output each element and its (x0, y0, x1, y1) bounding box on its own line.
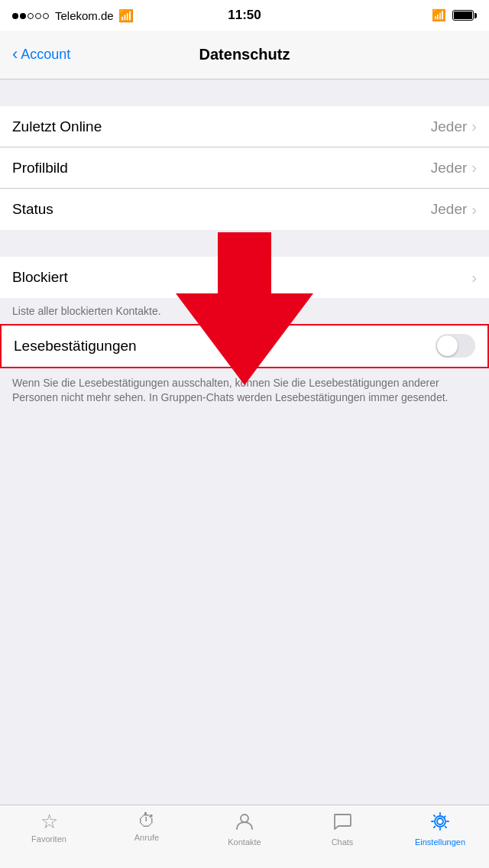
wifi-icon: 📶 (118, 8, 134, 23)
zuletzt-online-label: Zuletzt Online (12, 118, 102, 135)
blockiert-right: › (467, 269, 477, 287)
status-label: Status (12, 201, 53, 218)
tab-einstellungen-label: Einstellungen (415, 837, 465, 847)
svg-point-1 (241, 815, 248, 822)
clock-icon: ⏱ (138, 811, 156, 830)
tab-kontakte[interactable]: Kontakte (196, 811, 293, 847)
status-left: Telekom.de 📶 (12, 8, 134, 23)
tab-kontakte-label: Kontakte (228, 837, 261, 847)
lesebestatigungen-label: Lesebestätigungen (14, 338, 137, 355)
svg-point-2 (437, 818, 443, 824)
profilbild-value: Jeder (431, 160, 468, 177)
tab-chats[interactable]: Chats (293, 811, 391, 847)
list-row-lesebestatigungen[interactable]: Lesebestätigungen (2, 326, 487, 367)
list-row-zuletzt-online[interactable]: Zuletzt Online Jeder › (0, 106, 489, 147)
chevron-right-icon-2: › (471, 159, 477, 177)
lesebestatigungen-footer: Wenn Sie die Lesebestätigungen ausschalt… (0, 370, 489, 415)
privacy-group-1: Zuletzt Online Jeder › Profilbild Jeder … (0, 106, 489, 230)
section-gap-2 (0, 230, 489, 257)
section-gap-1 (0, 79, 489, 106)
gear-icon (430, 811, 450, 834)
chevron-right-icon-3: › (471, 201, 477, 219)
signal-dots (12, 8, 50, 22)
tab-favoriten[interactable]: ☆ Favoriten (0, 811, 98, 844)
chevron-left-icon: ‹ (12, 46, 18, 63)
back-label: Account (21, 47, 70, 63)
status-value: Jeder (431, 201, 468, 218)
tab-anrufe-label: Anrufe (134, 833, 159, 842)
page-title: Datenschutz (199, 46, 290, 63)
navigation-bar: ‹ Account Datenschutz (0, 31, 489, 79)
zuletzt-online-right: Jeder › (431, 118, 477, 135)
chevron-right-icon-4: › (471, 269, 477, 287)
privacy-group-2: Blockiert › (0, 257, 489, 298)
lesebestatigungen-toggle[interactable] (436, 334, 475, 358)
status-right: Jeder › (431, 201, 477, 219)
toggle-knob (437, 335, 458, 356)
tab-bar: ☆ Favoriten ⏱ Anrufe Kontakte Chats (0, 805, 489, 868)
person-icon (235, 811, 254, 834)
content-area: Zuletzt Online Jeder › Profilbild Jeder … (0, 79, 489, 805)
profilbild-label: Profilbild (12, 160, 68, 177)
list-row-profilbild[interactable]: Profilbild Jeder › (0, 147, 489, 189)
tab-favoriten-label: Favoriten (31, 834, 66, 844)
privacy-group-3: Lesebestätigungen (0, 324, 489, 368)
status-right: 📶 (432, 8, 477, 22)
chevron-right-icon: › (471, 118, 477, 135)
list-row-blockiert[interactable]: Blockiert › (0, 257, 489, 298)
chat-icon (332, 811, 352, 834)
blockiert-label: Blockiert (12, 269, 68, 286)
zuletzt-online-value: Jeder (431, 118, 468, 135)
tab-chats-label: Chats (332, 837, 354, 847)
tab-einstellungen[interactable]: Einstellungen (391, 811, 489, 847)
blockiert-footer: Liste aller blockierten Kontakte. (0, 298, 489, 322)
status-bar: Telekom.de 📶 11:50 📶 (0, 0, 489, 31)
svg-point-3 (435, 816, 445, 827)
list-row-status[interactable]: Status Jeder › (0, 189, 489, 230)
tab-anrufe[interactable]: ⏱ Anrufe (98, 811, 196, 842)
carrier-label: Telekom.de (55, 9, 114, 22)
star-icon: ☆ (40, 811, 58, 831)
bluetooth-icon: 📶 (432, 8, 446, 22)
status-time: 11:50 (228, 8, 261, 23)
profilbild-right: Jeder › (431, 159, 477, 177)
battery-indicator (452, 10, 477, 21)
back-button[interactable]: ‹ Account (12, 47, 70, 63)
